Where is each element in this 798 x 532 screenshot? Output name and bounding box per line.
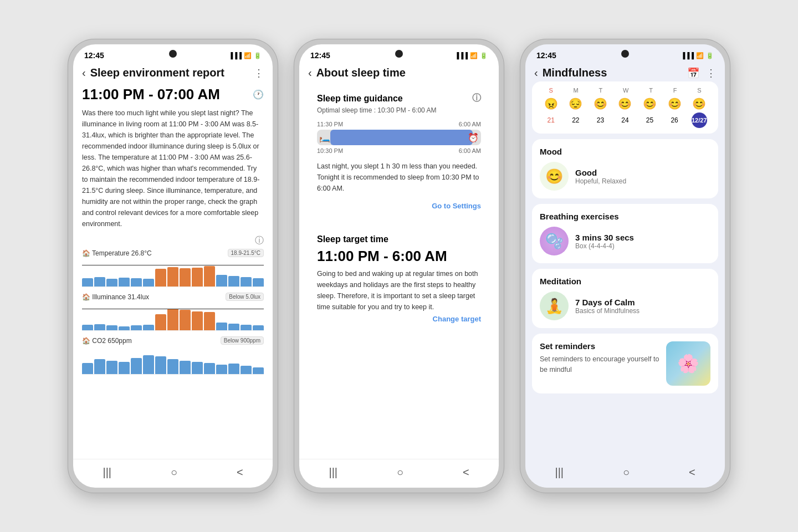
meditation-info: 7 Days of Calm Basics of Mindfulness: [575, 298, 640, 315]
cal-num-24[interactable]: 24: [617, 116, 633, 124]
bar: [167, 309, 178, 330]
phone-3-status-bar: 12:45 ▐▐▐ 📶 🔋: [525, 44, 725, 62]
temp-bars: [82, 259, 264, 287]
breath-icon: 🫧: [540, 227, 569, 255]
breath-item[interactable]: 🫧 3 mins 30 secs Box (4-4-4-4): [540, 227, 710, 255]
wifi-icon: 📶: [244, 52, 252, 59]
calendar-icon[interactable]: 📅: [687, 67, 699, 79]
threshold-line: [82, 309, 264, 309]
bar: [143, 279, 154, 287]
meditation-section-title: Meditation: [540, 277, 710, 286]
reminder-card[interactable]: Set reminders Set reminders to encourage…: [532, 334, 718, 393]
illum-chart-header: 🏠 Illuminance 31.4lux Below 5.0lux: [82, 293, 264, 301]
recent-apps-button[interactable]: |||: [329, 466, 337, 479]
recent-apps-button[interactable]: |||: [103, 466, 111, 479]
alarm-icon: ⏰: [468, 132, 479, 143]
bar: [216, 365, 227, 374]
temp-badge: 18.9-21.5°C: [228, 249, 264, 257]
clock-icon: 🕐: [253, 89, 264, 100]
home-button[interactable]: ○: [623, 466, 630, 479]
bar: [131, 278, 142, 287]
info-icon: ⓘ: [472, 93, 481, 104]
phone-2-inner: 12:45 ▐▐▐ 📶 🔋 ‹ About sleep time: [299, 44, 499, 488]
calendar-numbers-row: 21 22 23 24 25 26 12/27: [539, 112, 712, 128]
bar: [143, 355, 154, 374]
bar: [143, 325, 154, 330]
cal-num-27-today[interactable]: 12/27: [692, 112, 707, 128]
bar: [94, 359, 105, 374]
battery-icon: 🔋: [254, 52, 262, 59]
cal-num-21[interactable]: 21: [543, 116, 559, 124]
phone-3-content: S M T W T F S 😠 😔 😊 😊: [525, 81, 725, 459]
bar: [119, 278, 130, 287]
illuminance-chart: 🏠 Illuminance 31.4lux Below 5.0lux: [82, 293, 264, 331]
sleep-info-text: Last night, you slept 1 h 30 m less than…: [317, 161, 481, 194]
phones-container: 12:45 ▐▐▐ 📶 🔋 ‹ Sleep environment report…: [45, 17, 753, 515]
reminder-text: Set reminders Set reminders to encourage…: [540, 341, 661, 375]
recent-apps-button[interactable]: |||: [555, 466, 564, 479]
cal-day-tue: T: [598, 87, 602, 94]
bar: [192, 268, 203, 287]
back-button[interactable]: ‹: [534, 66, 538, 79]
co2-chart: 🏠 CO2 650ppm Below 900ppm: [82, 336, 264, 375]
cal-num-22[interactable]: 22: [568, 116, 584, 124]
calendar-emoji-row: 😠 😔 😊 😊 😊 😊 😊: [539, 97, 712, 110]
more-icon[interactable]: ⋮: [254, 67, 264, 79]
temperature-chart: 🏠 Temperature 26.8°C 18.9-21.5°C: [82, 249, 264, 287]
home-button[interactable]: ○: [171, 466, 177, 479]
bar: [167, 267, 178, 287]
cal-num-26[interactable]: 26: [667, 116, 682, 124]
report-text: Was there too much light while you slept…: [82, 108, 264, 235]
phone-1-nav: ||| ○ <: [73, 459, 273, 488]
bar: [167, 359, 178, 374]
wifi-icon: 📶: [470, 52, 478, 59]
cal-num-23[interactable]: 23: [592, 116, 608, 124]
emoji-22: 😔: [569, 97, 582, 110]
bar: [180, 310, 191, 330]
bar: [82, 278, 93, 287]
timeline-top-labels: 11:30 PM 6:00 AM: [317, 121, 481, 127]
cal-num-25[interactable]: 25: [642, 116, 658, 124]
phone-1-status-bar: 12:45 ▐▐▐ 📶 🔋: [73, 44, 273, 62]
phone-1-status-icons: ▐▐▐ 📶 🔋: [229, 52, 262, 59]
bar: [155, 269, 166, 287]
page-title: About sleep time: [316, 66, 490, 79]
mood-sub: Hopeful, Relaxed: [575, 177, 626, 185]
bar: [155, 314, 166, 330]
back-nav-button[interactable]: <: [463, 466, 469, 479]
back-button[interactable]: ‹: [82, 66, 86, 79]
breath-section-title: Breathing exercises: [540, 212, 710, 221]
calendar-days-header: S M T W T F S: [539, 87, 712, 94]
bar: [82, 325, 93, 330]
timeline-bottom-labels: 10:30 PM 6:00 AM: [317, 147, 481, 154]
battery-icon: 🔋: [480, 52, 488, 59]
phone-3-screen: 12:45 ▐▐▐ 📶 🔋 ‹ Mindfulness 📅 ⋮: [525, 44, 725, 488]
phone-2-content: Sleep time guidance ⓘ Optimal sleep time…: [299, 84, 499, 459]
temp-chart-header: 🏠 Temperature 26.8°C 18.9-21.5°C: [82, 249, 264, 257]
mood-icon: 😊: [540, 162, 569, 191]
emoji-23: 😊: [594, 97, 607, 110]
bar: [216, 275, 227, 287]
mood-item[interactable]: 😊 Good Hopeful, Relaxed: [540, 162, 710, 191]
header-icons: 📅 ⋮: [687, 67, 716, 79]
bar: [241, 277, 252, 287]
sleep-target-card: Sleep target time 11:00 PM - 6:00 AM Goi…: [308, 226, 490, 332]
co2-chart-header: 🏠 CO2 650ppm Below 900ppm: [82, 336, 264, 345]
meditation-item[interactable]: 🧘 7 Days of Calm Basics of Mindfulness: [540, 291, 710, 320]
back-button[interactable]: ‹: [308, 66, 312, 79]
bed-icon: 🛏️: [319, 132, 330, 143]
phone-3-nav: ||| ○ <: [525, 459, 725, 488]
phone-1-frame: 12:45 ▐▐▐ 📶 🔋 ‹ Sleep environment report…: [68, 39, 278, 493]
phone-2-camera: [395, 50, 403, 58]
back-nav-button[interactable]: <: [689, 466, 695, 479]
go-to-settings-button[interactable]: Go to Settings: [317, 200, 481, 210]
bar: [106, 361, 117, 375]
emoji-25: 😊: [643, 97, 657, 110]
home-button[interactable]: ○: [397, 466, 403, 479]
bar: [253, 367, 264, 374]
breath-info: 3 mins 30 secs Box (4-4-4-4): [575, 233, 634, 250]
more-icon[interactable]: ⋮: [706, 67, 716, 79]
back-nav-button[interactable]: <: [237, 466, 243, 479]
change-target-button[interactable]: Change target: [317, 313, 481, 323]
bar: [180, 361, 191, 375]
